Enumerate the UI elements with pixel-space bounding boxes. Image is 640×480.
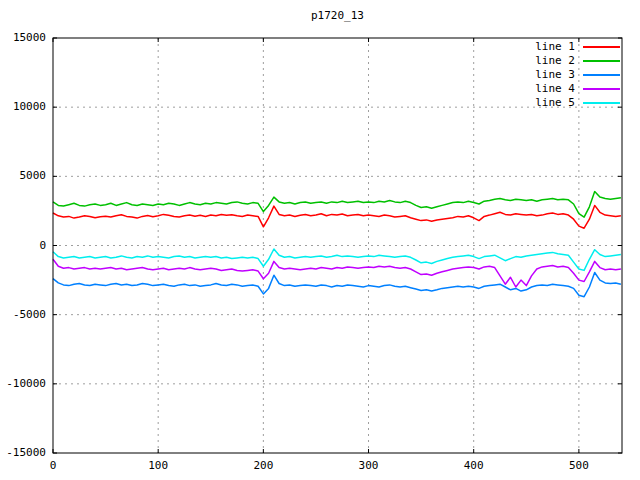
legend-label: line 1: [535, 41, 575, 53]
gnuplot-window: p1720_13 0100200300400500 -15000-10000-5…: [0, 0, 640, 480]
y-tick-label: 10000: [0, 101, 46, 113]
legend-line-sample: [583, 60, 620, 62]
legend-item-line-3: line 3: [535, 68, 620, 82]
legend-item-line-1: line 1: [535, 40, 620, 54]
x-tick-label: 300: [345, 460, 393, 472]
legend-label: line 3: [535, 69, 575, 81]
y-tick-label: -5000: [0, 309, 46, 321]
series-line-3: [53, 273, 621, 297]
series-line-2: [53, 192, 621, 218]
legend-item-line-4: line 4: [535, 82, 620, 96]
legend-item-line-5: line 5: [535, 96, 620, 110]
legend-line-sample: [583, 88, 620, 90]
legend-item-line-2: line 2: [535, 54, 620, 68]
y-tick-label: -10000: [0, 378, 46, 390]
legend-line-sample: [583, 46, 620, 48]
x-tick-label: 200: [239, 460, 287, 472]
y-tick-label: 0: [0, 240, 46, 252]
series-line-1: [53, 205, 621, 228]
x-tick-label: 500: [555, 460, 603, 472]
legend: line 1line 2line 3line 4line 5: [535, 40, 620, 110]
legend-line-sample: [583, 74, 620, 76]
x-tick-label: 400: [450, 460, 498, 472]
legend-label: line 4: [535, 83, 575, 95]
y-tick-label: -15000: [0, 447, 46, 459]
legend-line-sample: [583, 102, 620, 104]
x-tick-label: 100: [134, 460, 182, 472]
x-tick-label: 0: [29, 460, 77, 472]
series-layer: [53, 192, 621, 297]
legend-label: line 2: [535, 55, 575, 67]
legend-label: line 5: [535, 97, 575, 109]
series-line-4: [53, 259, 621, 287]
y-tick-label: 15000: [0, 32, 46, 44]
y-tick-label: 5000: [0, 170, 46, 182]
